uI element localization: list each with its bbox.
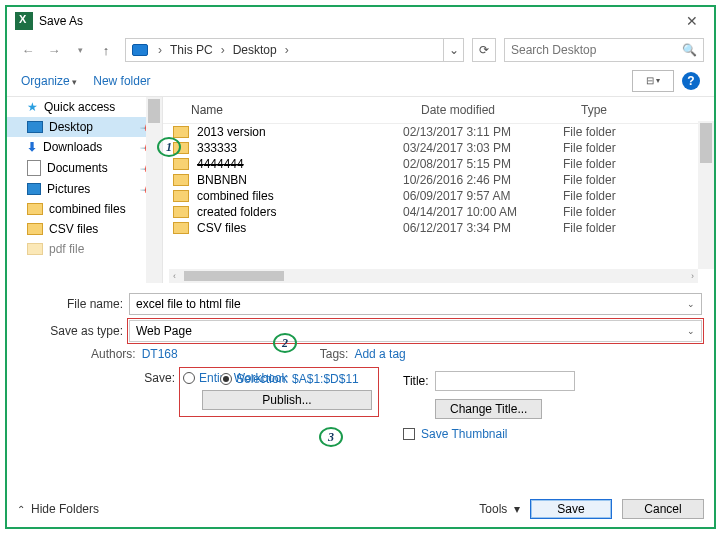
chevron-up-icon: ⌃	[17, 504, 25, 515]
up-icon[interactable]: ↑	[95, 43, 117, 58]
title-label: Title:	[403, 374, 429, 388]
table-row[interactable]: 444444402/08/2017 5:15 PMFile folder	[163, 156, 714, 172]
chevron-down-icon[interactable]: ⌄	[687, 326, 695, 336]
sidebar-scrollbar[interactable]	[146, 97, 162, 283]
folder-icon	[173, 126, 189, 138]
pc-icon	[132, 44, 148, 56]
crumb-this-pc[interactable]: This PC	[166, 43, 217, 57]
authors-value[interactable]: DT168	[142, 347, 178, 361]
vertical-scrollbar[interactable]	[698, 121, 714, 269]
refresh-icon[interactable]: ⟳	[472, 38, 496, 62]
desktop-icon	[27, 121, 43, 133]
file-type: File folder	[563, 189, 616, 203]
chevron-right-icon[interactable]: ›	[154, 43, 166, 57]
sidebar-item-quick-access[interactable]: ★ Quick access	[7, 97, 162, 117]
save-button[interactable]: Save	[530, 499, 612, 519]
save-options-area: Save: Entire Workbook Selection: $A$1:$D…	[7, 367, 714, 449]
cancel-button[interactable]: Cancel	[622, 499, 704, 519]
title-bar: Save As ✕	[7, 7, 714, 35]
file-type: File folder	[563, 157, 616, 171]
sidebar: ★ Quick access Desktop 📌 ⬇ Downloads 📌 D…	[7, 97, 163, 283]
file-list-header[interactable]: Name Date modified Type	[163, 97, 714, 124]
table-row[interactable]: BNBNBN10/26/2016 2:46 PMFile folder	[163, 172, 714, 188]
sidebar-item-documents[interactable]: Documents 📌	[7, 157, 162, 179]
filename-row: File name: excel file to html file ⌄	[19, 293, 702, 315]
sidebar-item-combined-files[interactable]: combined files	[7, 199, 162, 219]
save-thumbnail-label: Save Thumbnail	[421, 427, 508, 441]
excel-icon	[15, 12, 33, 30]
folder-icon	[173, 174, 189, 186]
filename-input[interactable]: excel file to html file ⌄	[129, 293, 702, 315]
chevron-down-icon[interactable]: ⌄	[687, 299, 695, 309]
column-name[interactable]: Name	[191, 103, 421, 117]
organize-button[interactable]: Organize	[21, 74, 77, 88]
authors-label: Authors:	[91, 347, 136, 361]
file-type: File folder	[563, 221, 616, 235]
main-area: ★ Quick access Desktop 📌 ⬇ Downloads 📌 D…	[7, 97, 714, 283]
crumb-desktop[interactable]: Desktop	[229, 43, 281, 57]
chevron-right-icon[interactable]: ›	[281, 43, 293, 57]
savetype-input[interactable]: Web Page ⌄	[129, 320, 702, 342]
sidebar-item-label: Quick access	[44, 100, 115, 114]
hide-folders-button[interactable]: ⌃ Hide Folders	[17, 502, 99, 516]
publish-button[interactable]: Publish...	[202, 390, 372, 410]
radio-label: Selection: $A$1:$D$11	[236, 372, 359, 386]
search-input[interactable]	[511, 43, 682, 57]
sidebar-item-downloads[interactable]: ⬇ Downloads 📌	[7, 137, 162, 157]
column-type[interactable]: Type	[581, 103, 607, 117]
file-date: 04/14/2017 10:00 AM	[403, 205, 563, 219]
sidebar-item-pictures[interactable]: Pictures 📌	[7, 179, 162, 199]
file-name: 4444444	[197, 157, 244, 171]
file-date: 10/26/2016 2:46 PM	[403, 173, 563, 187]
file-type: File folder	[563, 125, 616, 139]
chevron-right-icon[interactable]: ›	[217, 43, 229, 57]
table-row[interactable]: 2013 version02/13/2017 3:11 PMFile folde…	[163, 124, 714, 140]
recent-drop-icon[interactable]: ▾	[69, 45, 91, 55]
search-box[interactable]: 🔍	[504, 38, 704, 62]
sidebar-item-desktop[interactable]: Desktop 📌	[7, 117, 162, 137]
filename-label: File name:	[19, 297, 129, 311]
folder-icon	[27, 243, 43, 255]
new-folder-button[interactable]: New folder	[93, 74, 150, 88]
file-date: 06/09/2017 9:57 AM	[403, 189, 563, 203]
folder-icon	[173, 222, 189, 234]
file-date: 06/12/2017 3:34 PM	[403, 221, 563, 235]
title-input[interactable]	[435, 371, 575, 391]
column-date[interactable]: Date modified	[421, 103, 581, 117]
view-mode-button[interactable]: ⊟▾	[632, 70, 674, 92]
file-date: 02/08/2017 5:15 PM	[403, 157, 563, 171]
checkbox-save-thumbnail[interactable]	[403, 428, 415, 440]
breadcrumb[interactable]: › This PC › Desktop › ⌄	[125, 38, 464, 62]
table-row[interactable]: combined files06/09/2017 9:57 AMFile fol…	[163, 188, 714, 204]
table-row[interactable]: CSV files06/12/2017 3:34 PMFile folder	[163, 220, 714, 236]
save-label: Save:	[139, 371, 175, 385]
tags-value[interactable]: Add a tag	[354, 347, 405, 361]
sidebar-item-csv-files[interactable]: CSV files	[7, 219, 162, 239]
table-row[interactable]: created folders04/14/2017 10:00 AMFile f…	[163, 204, 714, 220]
back-icon[interactable]: ←	[17, 43, 39, 58]
table-row[interactable]: 33333303/24/2017 3:03 PMFile folder	[163, 140, 714, 156]
savetype-row: Save as type: Web Page ⌄	[19, 320, 702, 342]
path-history-drop[interactable]: ⌄	[443, 39, 463, 61]
help-icon[interactable]: ?	[682, 72, 700, 90]
radio-selection[interactable]: Selection: $A$1:$D$11	[220, 372, 372, 386]
horizontal-scrollbar[interactable]: ‹›	[169, 269, 698, 283]
folder-icon	[173, 190, 189, 202]
sidebar-item-label: combined files	[49, 202, 126, 216]
file-date: 02/13/2017 3:11 PM	[403, 125, 563, 139]
file-name: combined files	[197, 189, 274, 203]
close-icon[interactable]: ✕	[678, 11, 706, 31]
window-title: Save As	[39, 14, 83, 28]
file-name: CSV files	[197, 221, 246, 235]
change-title-button[interactable]: Change Title...	[435, 399, 542, 419]
search-icon[interactable]: 🔍	[682, 43, 697, 57]
sidebar-item-label: CSV files	[49, 222, 98, 236]
tools-button[interactable]: Tools ▾	[479, 502, 520, 516]
file-list: Name Date modified Type 2013 version02/1…	[163, 97, 714, 283]
documents-icon	[27, 160, 41, 176]
sidebar-item-label: Desktop	[49, 120, 93, 134]
sidebar-item-label: Downloads	[43, 140, 102, 154]
sidebar-item-pdf-file[interactable]: pdf file	[7, 239, 162, 259]
sidebar-item-label: Pictures	[47, 182, 90, 196]
meta-row: Authors: DT168 Tags: Add a tag	[19, 347, 702, 361]
